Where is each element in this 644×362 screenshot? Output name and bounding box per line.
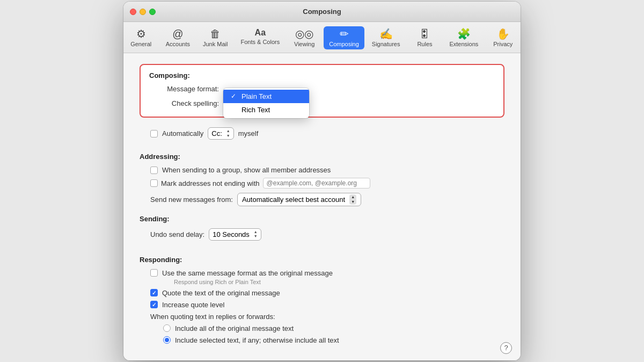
responding-section: Responding: Use the same message format …	[140, 256, 504, 344]
myself-label: myself	[238, 129, 259, 137]
toolbar-item-composing[interactable]: ✏ Composing	[324, 26, 364, 49]
signatures-icon: ✍	[379, 28, 393, 39]
delay-value: 10 Seconds	[213, 230, 250, 238]
toolbar-label-accounts: Accounts	[166, 41, 190, 47]
help-icon: ?	[504, 344, 508, 352]
auto-cc-row: Automatically Cc: ▲ ▼ myself	[140, 127, 504, 140]
cc-bcc-select[interactable]: Cc: ▲ ▼	[208, 127, 233, 140]
minimize-button[interactable]	[140, 9, 146, 15]
content-area: Composing: Message format: ✓ Plain Text …	[123, 53, 521, 360]
toolbar-label-general: General	[130, 41, 151, 47]
message-format-dropdown[interactable]: ✓ Plain Text Rich Text	[223, 88, 309, 118]
toolbar-label-rules: Rules	[417, 41, 432, 47]
include-selected-radio[interactable]	[163, 336, 171, 344]
quote-text-row: Quote the text of the original message	[140, 289, 504, 297]
toolbar-item-extensions[interactable]: 🧩 Extensions	[444, 26, 484, 49]
help-button[interactable]: ?	[500, 342, 512, 354]
undo-send-label: Undo send delay:	[150, 230, 204, 238]
when-quoting-label: When quoting text in replies or forwards…	[140, 313, 504, 321]
toolbar-item-signatures[interactable]: ✍ Signatures	[367, 26, 406, 49]
message-format-row: Message format: ✓ Plain Text Rich Text	[149, 85, 495, 93]
automatically-label: Automatically	[162, 129, 203, 137]
delay-stepper[interactable]: ▲ ▼	[254, 230, 258, 239]
maximize-button[interactable]	[149, 9, 156, 15]
mark-addresses-checkbox[interactable]	[150, 179, 158, 187]
toolbar-label-composing: Composing	[329, 41, 359, 47]
best-account-label: Automatically select best account	[242, 196, 345, 204]
sending-title: Sending:	[140, 215, 504, 223]
toolbar-label-viewing: Viewing	[294, 41, 314, 47]
toolbar: ⚙ General @ Accounts 🗑 Junk Mail Aa Font…	[123, 22, 521, 53]
increase-quote-label: Increase quote level	[162, 301, 224, 309]
undo-delay-select[interactable]: 10 Seconds ▲ ▼	[209, 228, 261, 241]
window-title: Composing	[303, 8, 341, 16]
addressing-title: Addressing:	[140, 153, 504, 161]
toolbar-item-fonts-colors[interactable]: Aa Fonts & Colors	[235, 26, 285, 49]
quote-text-label: Quote the text of the original message	[162, 289, 280, 297]
include-all-radio[interactable]	[163, 324, 171, 332]
extensions-icon: 🧩	[457, 28, 471, 39]
fonts-colors-icon: Aa	[255, 28, 266, 37]
message-format-label: Message format:	[149, 85, 219, 93]
toolbar-label-signatures: Signatures	[372, 41, 400, 47]
dropdown-item-plain-text[interactable]: ✓ Plain Text	[223, 90, 309, 103]
accounts-icon: @	[172, 28, 183, 39]
delay-up[interactable]: ▲	[254, 230, 258, 234]
same-format-row: Use the same message format as the origi…	[140, 269, 504, 277]
viewing-icon: ◎◎	[295, 28, 313, 39]
group-show-all-row: When sending to a group, show all member…	[140, 166, 504, 174]
toolbar-label-privacy: Privacy	[493, 41, 513, 47]
check-spelling-label: Check spelling:	[149, 99, 219, 107]
dropdown-item-rich-text[interactable]: Rich Text	[223, 103, 309, 117]
sending-section: Sending: Undo send delay: 10 Seconds ▲ ▼	[140, 215, 504, 241]
same-format-label: Use the same message format as the origi…	[162, 269, 333, 277]
composing-section-title: Composing:	[149, 71, 495, 79]
check-icon: ✓	[231, 92, 238, 100]
include-selected-row: Include selected text, if any; otherwise…	[140, 336, 504, 344]
undo-send-row: Undo send delay: 10 Seconds ▲ ▼	[140, 228, 504, 241]
mark-addresses-label: Mark addresses not ending with	[161, 179, 260, 187]
mark-addresses-row: Mark addresses not ending with	[140, 178, 504, 189]
plain-text-label: Plain Text	[241, 92, 272, 100]
respond-sub-note: Respond using Rich or Plain Text	[140, 279, 504, 285]
auto-checkbox[interactable]	[150, 130, 158, 137]
addressing-section: Addressing: When sending to a group, sho…	[140, 153, 504, 206]
cc-up-arrow[interactable]: ▲	[226, 129, 230, 133]
toolbar-label-junk-mail: Junk Mail	[203, 41, 228, 47]
close-button[interactable]	[130, 9, 136, 15]
toolbar-item-privacy[interactable]: ✋ Privacy	[486, 26, 520, 49]
toolbar-item-viewing[interactable]: ◎◎ Viewing	[287, 26, 321, 49]
send-from-label: Send new messages from:	[150, 196, 233, 204]
quote-text-checkbox[interactable]	[150, 289, 158, 296]
toolbar-item-general[interactable]: ⚙ General	[124, 26, 158, 49]
delay-down[interactable]: ▼	[254, 234, 258, 238]
increase-quote-row: Increase quote level	[140, 301, 504, 309]
rules-icon: 🎛	[419, 28, 430, 39]
composing-section: Composing: Message format: ✓ Plain Text …	[140, 64, 504, 118]
best-account-stepper[interactable]: ▲ ▼	[349, 194, 356, 205]
best-account-select[interactable]: Automatically select best account ▲ ▼	[237, 193, 361, 206]
same-format-checkbox[interactable]	[150, 269, 158, 277]
cc-stepper[interactable]: ▲ ▼	[226, 129, 230, 138]
toolbar-item-accounts[interactable]: @ Accounts	[160, 26, 195, 49]
group-show-all-checkbox[interactable]	[150, 166, 158, 174]
toolbar-label-fonts-colors: Fonts & Colors	[240, 39, 280, 45]
title-bar: Composing	[123, 2, 521, 22]
junk-mail-icon: 🗑	[210, 28, 221, 39]
general-icon: ⚙	[136, 28, 146, 39]
addresses-input[interactable]	[263, 178, 370, 189]
toolbar-label-extensions: Extensions	[449, 41, 478, 47]
toolbar-item-rules[interactable]: 🎛 Rules	[407, 26, 442, 49]
toolbar-item-junk-mail[interactable]: 🗑 Junk Mail	[197, 26, 233, 49]
best-account-down[interactable]: ▼	[351, 200, 355, 204]
include-all-label: Include all of the original message text	[175, 324, 294, 332]
rich-text-label: Rich Text	[241, 106, 270, 114]
include-selected-label: Include selected text, if any; otherwise…	[175, 336, 339, 344]
cc-down-arrow[interactable]: ▼	[226, 134, 230, 138]
main-window: Composing ⚙ General @ Accounts 🗑 Junk Ma…	[123, 2, 521, 360]
best-account-up[interactable]: ▲	[351, 195, 355, 199]
cc-label: Cc:	[211, 129, 222, 137]
privacy-icon: ✋	[496, 28, 510, 39]
increase-quote-checkbox[interactable]	[150, 301, 158, 308]
traffic-lights	[130, 9, 156, 15]
